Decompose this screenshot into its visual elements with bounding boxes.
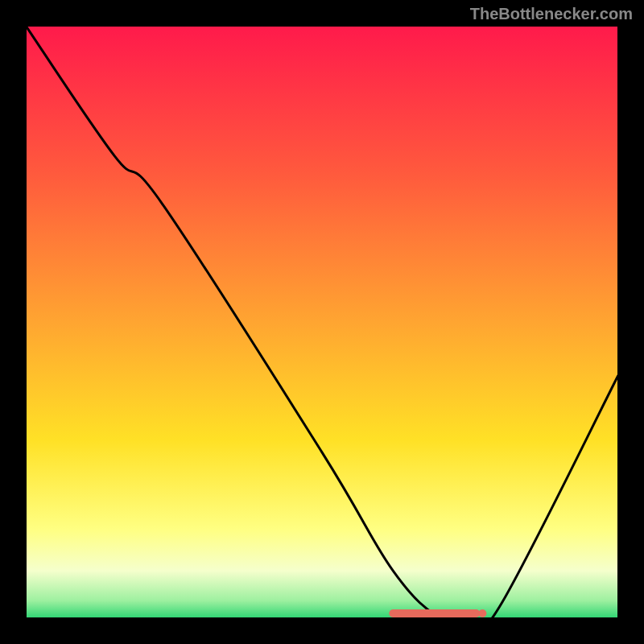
chart-container [26, 26, 618, 618]
bottleneck-chart [26, 26, 618, 618]
optimal-zone-end-dot [478, 609, 486, 617]
svg-rect-0 [26, 26, 618, 618]
watermark-text: TheBottlenecker.com [470, 5, 633, 23]
